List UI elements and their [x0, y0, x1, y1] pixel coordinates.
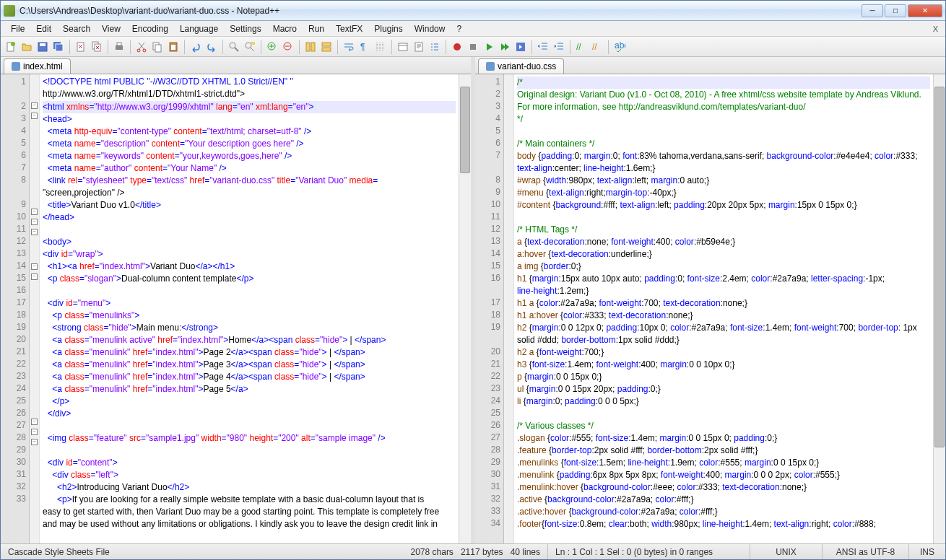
doc-map-icon[interactable]	[412, 40, 426, 54]
undo-icon[interactable]	[188, 40, 203, 54]
line-gutter: 1 2345678 910111213141516171819202122232…	[1, 74, 30, 543]
minimize-button[interactable]: ─	[862, 4, 883, 17]
svg-point-29	[454, 43, 461, 51]
tab-label: variant-duo.css	[498, 61, 556, 71]
menu-window[interactable]: Window	[409, 22, 451, 35]
fold-margin[interactable]	[504, 74, 514, 543]
statusbar: Cascade Style Sheets File 2078 chars 211…	[1, 543, 945, 559]
open-file-icon[interactable]	[19, 40, 34, 54]
print-icon[interactable]	[112, 40, 126, 54]
svg-point-17	[230, 43, 235, 48]
wordwrap-icon[interactable]	[342, 40, 356, 54]
svg-point-18	[246, 43, 251, 48]
tab-index-html[interactable]: index.html	[4, 58, 71, 74]
app-window: C:\Users\Andreas\Desktop\variant-duo\var…	[0, 0, 946, 560]
spellcheck-icon[interactable]: abc	[612, 40, 627, 54]
svg-rect-25	[322, 48, 331, 51]
find-icon[interactable]	[227, 40, 241, 54]
redo-icon[interactable]	[204, 40, 219, 54]
menubar-close-button[interactable]: X	[930, 25, 941, 33]
vertical-scrollbar[interactable]	[933, 74, 945, 543]
status-encoding: ANSI as UTF-8	[823, 544, 909, 559]
save-macro-icon[interactable]	[513, 40, 528, 54]
fold-margin[interactable]: −−−−−−−−−−	[30, 74, 40, 543]
play-macro-icon[interactable]	[482, 40, 496, 54]
menu-settings[interactable]: Settings	[224, 22, 266, 35]
svg-rect-14	[155, 45, 161, 52]
user-lang-icon[interactable]	[396, 40, 410, 54]
status-mode: INS	[909, 544, 945, 559]
tab-variant-duo-css[interactable]: variant-duo.css	[478, 58, 564, 74]
save-all-icon[interactable]	[51, 40, 66, 54]
comment-icon[interactable]: //	[574, 40, 589, 54]
zoom-out-icon[interactable]	[281, 40, 295, 54]
right-editor[interactable]: 1234567 8910111213141516 171819 20212223…	[475, 74, 945, 543]
right-tabbar: variant-duo.css	[475, 57, 945, 74]
uncomment-icon[interactable]: //	[590, 40, 604, 54]
sync-v-icon[interactable]	[303, 40, 318, 54]
app-icon	[4, 5, 15, 17]
left-tabbar: index.html	[1, 57, 471, 74]
svg-text:¶: ¶	[360, 42, 365, 52]
indent-guide-icon[interactable]	[373, 40, 388, 54]
menu-encoding[interactable]: Encoding	[126, 22, 174, 35]
menu-textfx[interactable]: TextFX	[330, 22, 368, 35]
close-all-icon[interactable]	[90, 40, 104, 54]
menubar: File Edit Search View Encoding Language …	[1, 21, 945, 37]
status-size: 2078 chars 2117 bytes 40 lines	[382, 544, 548, 559]
close-file-icon[interactable]	[74, 40, 88, 54]
tab-label: index.html	[23, 61, 63, 71]
menu-edit[interactable]: Edit	[30, 22, 57, 35]
indent-icon[interactable]	[552, 40, 566, 54]
menu-view[interactable]: View	[96, 22, 126, 35]
menu-language[interactable]: Language	[174, 22, 224, 35]
paste-icon[interactable]	[166, 40, 181, 54]
cut-icon[interactable]	[134, 40, 149, 54]
status-eol: UNIX	[750, 544, 823, 559]
svg-rect-9	[116, 45, 123, 50]
close-button[interactable]: ✕	[908, 4, 942, 17]
svg-rect-30	[470, 44, 476, 50]
save-icon[interactable]	[35, 40, 50, 54]
menu-search[interactable]: Search	[57, 22, 96, 35]
split-view: index.html 1 2345678 9101112131415161718…	[1, 57, 945, 543]
svg-rect-22	[306, 43, 310, 51]
replace-icon[interactable]	[243, 40, 257, 54]
code-area[interactable]: /*Original design: Variant Duo (v1.0 - O…	[514, 74, 933, 543]
code-area[interactable]: <!DOCTYPE html PUBLIC "-//W3C//DTD XHTML…	[40, 74, 459, 543]
svg-rect-23	[311, 43, 315, 51]
stop-macro-icon[interactable]	[466, 40, 480, 54]
menu-help[interactable]: ?	[451, 22, 467, 35]
svg-rect-16	[171, 45, 175, 50]
new-file-icon[interactable]	[4, 40, 18, 54]
left-editor[interactable]: 1 2345678 910111213141516171819202122232…	[1, 74, 471, 543]
left-pane: index.html 1 2345678 9101112131415161718…	[1, 57, 471, 543]
svg-rect-19	[251, 42, 255, 45]
svg-rect-10	[117, 43, 121, 45]
func-list-icon[interactable]	[428, 40, 442, 54]
svg-point-1	[11, 42, 15, 46]
show-all-chars-icon[interactable]: ¶	[357, 40, 372, 54]
titlebar[interactable]: C:\Users\Andreas\Desktop\variant-duo\var…	[1, 1, 945, 21]
maximize-button[interactable]: □	[885, 4, 906, 17]
menu-macro[interactable]: Macro	[267, 22, 303, 35]
file-icon	[486, 62, 495, 71]
play-multi-icon[interactable]	[498, 40, 512, 54]
record-macro-icon[interactable]	[450, 40, 464, 54]
copy-icon[interactable]	[150, 40, 165, 54]
zoom-in-icon[interactable]	[265, 40, 279, 54]
right-pane: variant-duo.css 1234567 8910111213141516…	[475, 57, 945, 543]
window-title: C:\Users\Andreas\Desktop\variant-duo\var…	[19, 6, 862, 16]
svg-text://: //	[592, 42, 597, 52]
menu-run[interactable]: Run	[303, 22, 330, 35]
vertical-scrollbar[interactable]	[459, 74, 471, 543]
svg-rect-24	[322, 43, 331, 46]
sync-h-icon[interactable]	[319, 40, 334, 54]
status-position: Ln : 1 Col : 1 Sel : 0 (0 bytes) in 0 ra…	[548, 544, 750, 559]
svg-rect-3	[40, 43, 45, 46]
outdent-icon[interactable]	[536, 40, 550, 54]
file-icon	[12, 62, 20, 71]
menu-plugins[interactable]: Plugins	[368, 22, 408, 35]
menu-file[interactable]: File	[5, 22, 30, 35]
status-language: Cascade Style Sheets File	[1, 544, 382, 559]
